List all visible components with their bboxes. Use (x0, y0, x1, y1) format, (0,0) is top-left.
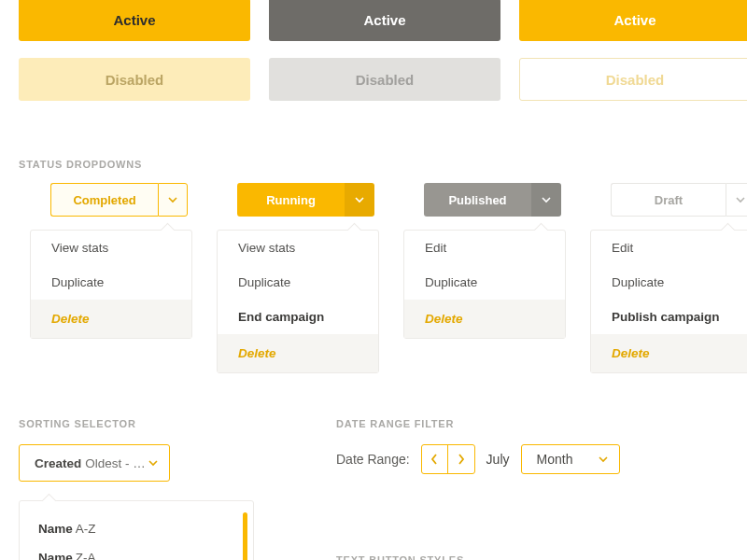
menu-item-delete[interactable]: Delete (31, 300, 191, 338)
status-dropdown-completed[interactable]: Completed (50, 183, 188, 217)
status-label: Completed (50, 183, 158, 217)
sorting-selector[interactable]: Created Oldest - … (19, 444, 170, 482)
menu-item-edit[interactable]: Edit (591, 231, 747, 265)
status-dropdown-published[interactable]: Published (424, 183, 561, 217)
status-dropdown-draft[interactable]: Draft (611, 183, 747, 217)
status-label: Published (424, 183, 531, 217)
status-label: Draft (611, 183, 726, 217)
status-menu-running: View stats Duplicate End campaign Delete (217, 230, 379, 373)
prev-button[interactable] (422, 445, 448, 473)
chevron-down-icon[interactable] (345, 183, 374, 217)
menu-item-duplicate[interactable]: Duplicate (31, 265, 191, 300)
sort-menu: NameA-Z NameZ-A (19, 500, 254, 560)
chevron-down-icon[interactable] (531, 183, 561, 217)
menu-item-delete[interactable]: Delete (218, 334, 378, 372)
status-menu-completed: View stats Duplicate Delete (30, 230, 192, 339)
active-button-secondary[interactable]: Active (269, 0, 500, 41)
sort-option[interactable]: NameZ-A (20, 543, 253, 560)
next-button[interactable] (448, 445, 474, 473)
chevron-down-icon (599, 455, 608, 464)
status-menu-published: Edit Duplicate Delete (403, 230, 566, 339)
status-menu-draft: Edit Duplicate Publish campaign Delete (590, 230, 747, 373)
menu-item-publish-campaign[interactable]: Publish campaign (591, 300, 747, 334)
chevron-down-icon[interactable] (726, 183, 747, 217)
sort-field: Created (35, 456, 81, 470)
menu-item-duplicate[interactable]: Duplicate (218, 265, 378, 300)
date-nav (421, 444, 475, 474)
section-label-status-dropdowns: STATUS DROPDOWNS (0, 159, 747, 170)
period-unit-dropdown[interactable]: Month (521, 444, 621, 474)
status-dropdown-running[interactable]: Running (237, 183, 374, 217)
period-unit: Month (537, 452, 573, 467)
date-range-label: Date Range: (336, 452, 410, 467)
section-label-text-button-styles: TEXT BUTTON STYLES (336, 554, 620, 560)
section-label-date-range-filter: DATE RANGE FILTER (336, 418, 620, 429)
menu-item-edit[interactable]: Edit (404, 231, 565, 265)
menu-item-delete[interactable]: Delete (591, 334, 747, 372)
active-button-tertiary[interactable]: Active (519, 0, 747, 41)
menu-item-delete[interactable]: Delete (404, 300, 565, 338)
disabled-button-secondary: Disabled (269, 58, 500, 101)
menu-item-end-campaign[interactable]: End campaign (218, 300, 378, 334)
active-button-primary[interactable]: Active (19, 0, 250, 41)
chevron-down-icon[interactable] (158, 183, 188, 217)
scrollbar[interactable] (243, 512, 247, 560)
sort-option[interactable]: NameA-Z (20, 514, 253, 543)
section-label-sorting-selector: SORTING SELECTOR (19, 418, 299, 429)
menu-item-view-stats[interactable]: View stats (31, 231, 191, 265)
disabled-button-primary: Disabled (19, 58, 250, 101)
current-period: July (486, 452, 510, 467)
sort-order: Oldest - … (85, 456, 146, 470)
menu-item-view-stats[interactable]: View stats (218, 231, 378, 265)
menu-item-duplicate[interactable]: Duplicate (591, 265, 747, 300)
chevron-down-icon (148, 458, 158, 468)
disabled-button-tertiary: Disabled (519, 58, 747, 101)
status-label: Running (237, 183, 345, 217)
menu-item-duplicate[interactable]: Duplicate (404, 265, 565, 300)
